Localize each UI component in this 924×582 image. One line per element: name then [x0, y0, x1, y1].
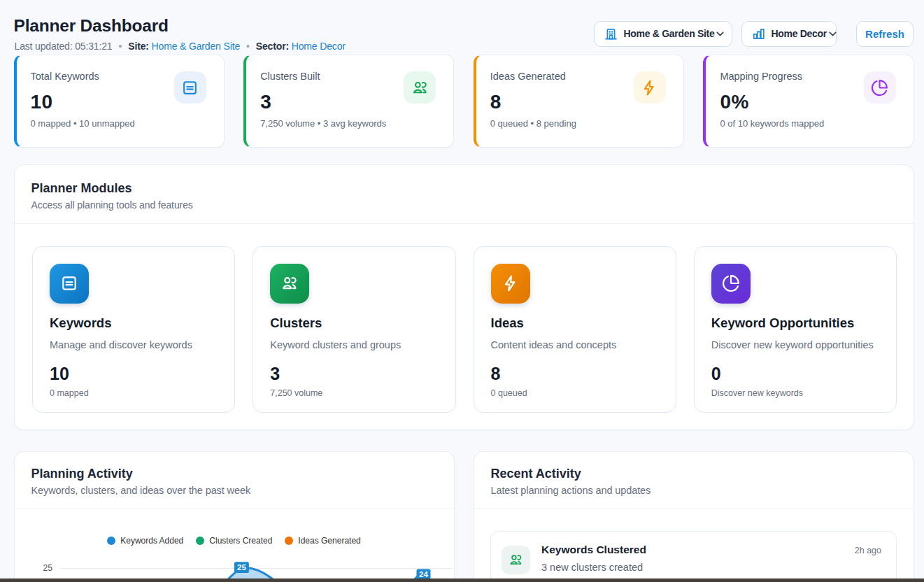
svg-text:25: 25: [237, 563, 246, 572]
svg-text:24: 24: [419, 570, 428, 579]
